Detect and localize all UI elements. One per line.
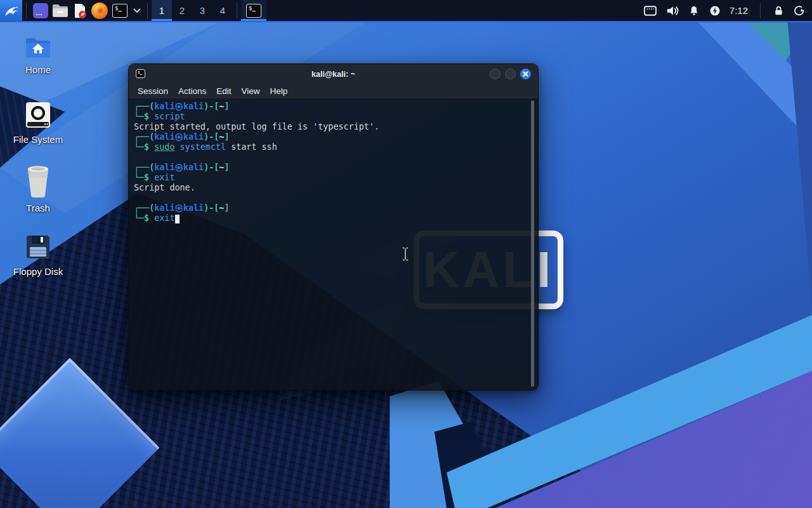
- taskbar-terminal-window[interactable]: $: [241, 0, 266, 21]
- power-manager-icon: [709, 4, 721, 17]
- floppy-disk-icon: [23, 232, 53, 262]
- tray-touchpad[interactable]: [643, 5, 657, 17]
- terminal-line: ┌──(kali㉿kali)-[~]: [134, 163, 529, 173]
- clock[interactable]: 7:12: [730, 5, 748, 16]
- terminal-line: └─$ sudo systemctl start ssh: [134, 142, 529, 152]
- panel-separator: [237, 3, 237, 18]
- workspace-4[interactable]: 4: [213, 0, 233, 21]
- launcher-app-menu[interactable]: [30, 0, 50, 21]
- terminal-line: ┌──(kali㉿kali)-[~]: [134, 132, 529, 142]
- lock-screen-button[interactable]: [773, 4, 785, 17]
- home-folder-icon: [24, 36, 52, 60]
- desktop: KALI Home File System Trash: [0, 0, 812, 508]
- tray-notifications[interactable]: [688, 4, 700, 17]
- terminal-line: ┌──(kali㉿kali)-[~]: [134, 203, 529, 213]
- panel-separator: [147, 3, 148, 18]
- terminal-line: ┌──(kali㉿kali)-[~]: [134, 102, 529, 112]
- tray-power-manager[interactable]: [709, 4, 721, 17]
- terminal-line: └─$ exit: [134, 213, 529, 224]
- lock-screen-icon: [773, 4, 785, 17]
- terminal-line: Script done.: [134, 183, 529, 193]
- app-menu-icon: [32, 3, 49, 19]
- panel-separator: [26, 3, 27, 18]
- volume-icon: [665, 4, 679, 17]
- menu-session[interactable]: Session: [133, 85, 173, 97]
- terminal-line: Script started, output log file is 'type…: [134, 122, 529, 132]
- terminal-launcher-icon: $: [112, 4, 128, 18]
- close-button[interactable]: [520, 69, 531, 79]
- tray-volume[interactable]: [665, 4, 679, 17]
- desktop-icon-label: Floppy Disk: [13, 266, 63, 277]
- trash-icon: [23, 164, 53, 198]
- close-icon: [523, 71, 528, 77]
- desktop-icon-trash[interactable]: Trash: [8, 164, 69, 213]
- applications-menu-button[interactable]: [0, 0, 22, 21]
- terminal-line: [134, 152, 529, 163]
- file-system-drive-icon: [23, 100, 53, 130]
- menu-view[interactable]: View: [237, 85, 265, 97]
- logout-icon: [793, 4, 806, 17]
- launcher-terminal[interactable]: $: [109, 0, 131, 21]
- terminal-viewport[interactable]: ┌──(kali㉿kali)-[~]└─$ scriptScript start…: [129, 98, 538, 390]
- touchpad-icon: [643, 5, 657, 17]
- menu-edit[interactable]: Edit: [211, 85, 236, 97]
- launcher-text-editor[interactable]: [70, 0, 89, 21]
- scrollbar[interactable]: [531, 100, 534, 387]
- launcher-file-manager[interactable]: [50, 0, 70, 21]
- top-panel: $ 1 2 3 4 $: [0, 0, 812, 22]
- launcher-firefox[interactable]: [89, 0, 109, 21]
- terminal-line: [134, 193, 529, 203]
- workspace-1[interactable]: 1: [152, 0, 172, 21]
- desktop-icon-label: Home: [25, 64, 51, 75]
- desktop-icon-label: Trash: [26, 203, 50, 213]
- terminal-line: └─$ exit: [134, 173, 529, 183]
- minimize-button[interactable]: [490, 69, 501, 79]
- launcher-terminal-dropdown[interactable]: [131, 0, 143, 21]
- desktop-icon-floppy-disk[interactable]: Floppy Disk: [8, 232, 69, 277]
- text-cursor-pointer: [400, 246, 410, 262]
- logout-button[interactable]: [793, 4, 806, 17]
- terminal-lines: ┌──(kali㉿kali)-[~]└─$ scriptScript start…: [134, 102, 529, 224]
- notifications-bell-icon: [688, 4, 700, 17]
- window-title: kali@kali: ~: [129, 70, 538, 79]
- terminal-window-icon: $: [246, 4, 261, 18]
- terminal-line: └─$ script: [134, 112, 529, 122]
- terminal-window: $ kali@kali: ~ Session Actions Edit View…: [128, 64, 539, 391]
- file-manager-icon: [51, 3, 69, 18]
- workspace-3[interactable]: 3: [192, 0, 213, 21]
- desktop-icon-home[interactable]: Home: [8, 36, 69, 75]
- chevron-down-icon: [133, 8, 141, 13]
- kali-menu-icon: [4, 4, 19, 18]
- panel-separator: [760, 3, 761, 18]
- desktop-icon-label: File System: [13, 134, 63, 145]
- workspace-2[interactable]: 2: [172, 0, 192, 21]
- menu-help[interactable]: Help: [265, 85, 293, 97]
- menubar: Session Actions Edit View Help: [129, 84, 538, 98]
- desktop-icon-file-system[interactable]: File System: [8, 100, 69, 145]
- firefox-icon: [91, 3, 108, 19]
- window-titlebar[interactable]: $ kali@kali: ~: [129, 64, 538, 84]
- menu-actions[interactable]: Actions: [173, 85, 211, 97]
- maximize-button[interactable]: [505, 69, 516, 79]
- text-editor-icon: [72, 3, 88, 19]
- window-terminal-icon: $: [136, 69, 145, 78]
